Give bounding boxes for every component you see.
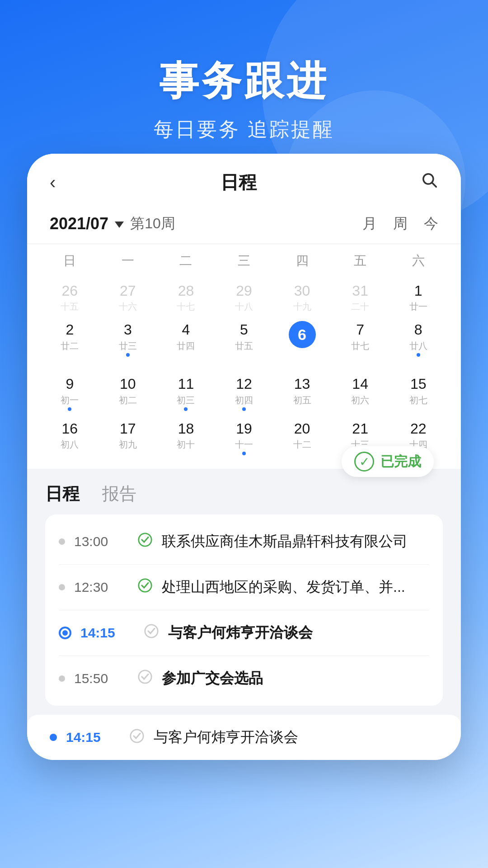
item-text-2: 处理山西地区的采购、发货订单、并...: [162, 577, 429, 597]
svg-point-4: [145, 625, 158, 637]
weekday-fri: 五: [331, 249, 389, 273]
tab-schedule[interactable]: 日程: [45, 482, 80, 505]
cal-day-4[interactable]: 4廿四: [157, 316, 215, 371]
svg-point-6: [131, 730, 143, 742]
weekday-sat: 六: [389, 249, 447, 273]
schedule-item-1[interactable]: 13:00 联系供应商佳木斯晶鼎轩科技有限公司: [59, 519, 429, 565]
cal-day-29[interactable]: 29十八: [215, 278, 273, 316]
svg-point-2: [139, 533, 151, 546]
week-label: 第10周: [130, 214, 175, 234]
calendar-row-2: 2廿二 3廿三 4廿四 5廿五 6廿六 7廿七 8廿八: [41, 316, 447, 371]
bottom-check-icon: [129, 728, 145, 747]
completed-label: 已完成: [380, 453, 421, 471]
active-timeline-dot: [59, 627, 71, 639]
cal-day-1[interactable]: 1廿一: [389, 278, 447, 316]
svg-point-3: [139, 579, 151, 592]
item-time-2: 12:30: [74, 580, 128, 595]
weekday-thu: 四: [273, 249, 331, 273]
item-check-3: [144, 623, 159, 642]
completed-badge[interactable]: ✓ 已完成: [342, 446, 434, 477]
schedule-item-3[interactable]: 14:15 与客户何炜亨开洽谈会: [59, 610, 429, 656]
cal-day-5[interactable]: 5廿五: [215, 316, 273, 371]
sub-title: 每日要务 追踪提醒: [0, 116, 488, 143]
item-dot-1: [59, 538, 65, 545]
item-dot-4: [59, 675, 65, 682]
cal-day-19[interactable]: 19十一: [215, 415, 273, 460]
bottom-partial-item[interactable]: 14:15 与客户何炜亨开洽谈会: [27, 715, 461, 760]
header-section: 事务跟进 每日要务 追踪提醒: [0, 0, 488, 170]
weekdays-row: 日 一 二 三 四 五 六: [41, 244, 447, 278]
completed-check-icon: ✓: [354, 452, 374, 472]
cal-day-8[interactable]: 8廿八: [389, 316, 447, 371]
cal-day-9[interactable]: 9初一: [41, 371, 99, 415]
cal-day-17[interactable]: 17初九: [99, 415, 157, 460]
cal-day-15[interactable]: 15初七: [389, 371, 447, 415]
item-text-3: 与客户何炜亨开洽谈会: [168, 623, 429, 643]
cal-day-2[interactable]: 2廿二: [41, 316, 99, 371]
schedule-card: 13:00 联系供应商佳木斯晶鼎轩科技有限公司 12:30 处理山西地区的采购、…: [45, 514, 443, 706]
cal-day-14[interactable]: 14初六: [331, 371, 389, 415]
cal-day-10[interactable]: 10初二: [99, 371, 157, 415]
item-dot-2: [59, 584, 65, 590]
bottom-timeline-dot: [50, 734, 57, 741]
tab-week[interactable]: 周: [393, 214, 408, 234]
cal-day-18[interactable]: 18初十: [157, 415, 215, 460]
bottom-time: 14:15: [66, 730, 120, 745]
cal-day-11[interactable]: 11初三: [157, 371, 215, 415]
calendar-title: 日程: [221, 170, 257, 195]
schedule-item-4[interactable]: 15:50 参加广交会选品: [59, 656, 429, 701]
month-dropdown-icon[interactable]: [115, 222, 124, 228]
item-text-1: 联系供应商佳木斯晶鼎轩科技有限公司: [162, 532, 429, 552]
cal-day-12[interactable]: 12初四: [215, 371, 273, 415]
cal-day-20[interactable]: 20十二: [273, 415, 331, 460]
calendar-grid: 日 一 二 三 四 五 六 26十五 27十六 28十七 29十八 30十九 3…: [27, 244, 461, 469]
back-button[interactable]: ‹: [50, 172, 56, 193]
tab-report[interactable]: 报告: [102, 482, 136, 505]
weekday-wed: 三: [215, 249, 273, 273]
cal-day-6-selected[interactable]: 6廿六: [273, 316, 331, 371]
phone-card: ‹ 日程 2021/07 第10周 月 周 今: [27, 154, 461, 760]
weekday-mon: 一: [99, 249, 157, 273]
schedule-item-2[interactable]: 12:30 处理山西地区的采购、发货订单、并...: [59, 565, 429, 610]
item-time-1: 13:00: [74, 534, 128, 549]
month-info: 2021/07 第10周: [50, 214, 175, 234]
cal-day-30[interactable]: 30十九: [273, 278, 331, 316]
cal-day-16[interactable]: 16初八: [41, 415, 99, 460]
view-tabs: 月 周 今: [362, 214, 438, 234]
search-button[interactable]: [421, 172, 438, 193]
cal-day-13[interactable]: 13初五: [273, 371, 331, 415]
calendar-row-1: 26十五 27十六 28十七 29十八 30十九 31二十 1廿一: [41, 278, 447, 316]
weekday-sun: 日: [41, 249, 99, 273]
item-time-3: 14:15: [80, 625, 135, 641]
calendar-view-row: 2021/07 第10周 月 周 今: [50, 206, 438, 244]
month-label: 2021/07: [50, 214, 108, 233]
item-check-4: [137, 669, 153, 688]
item-check-1: [137, 532, 153, 551]
cal-day-28[interactable]: 28十七: [157, 278, 215, 316]
svg-point-5: [139, 670, 151, 683]
cal-day-27[interactable]: 27十六: [99, 278, 157, 316]
item-check-2: [137, 578, 153, 597]
cal-day-3[interactable]: 3廿三: [99, 316, 157, 371]
calendar-row-3: 9初一 10初二 11初三 12初四 13初五 14初六 15初七: [41, 371, 447, 415]
app-background: 事务跟进 每日要务 追踪提醒 ‹ 日程 2021/07 第10周: [0, 0, 488, 868]
calendar-header: ‹ 日程 2021/07 第10周 月 周 今: [27, 154, 461, 244]
calendar-nav: ‹ 日程: [50, 170, 438, 206]
cal-day-7[interactable]: 7廿七: [331, 316, 389, 371]
cal-day-31[interactable]: 31二十: [331, 278, 389, 316]
cal-day-26[interactable]: 26十五: [41, 278, 99, 316]
bottom-text: 与客户何炜亨开洽谈会: [154, 727, 298, 747]
svg-line-1: [432, 183, 436, 187]
item-time-4: 15:50: [74, 671, 128, 686]
main-title: 事务跟进: [0, 54, 488, 108]
schedule-section: 日程 报告 13:00 联系供应商佳木斯晶鼎轩科技有限公司 12:30: [27, 469, 461, 706]
item-text-4: 参加广交会选品: [162, 669, 429, 689]
tab-month[interactable]: 月: [362, 214, 377, 234]
tab-today[interactable]: 今: [424, 214, 438, 234]
weekday-tue: 二: [157, 249, 215, 273]
